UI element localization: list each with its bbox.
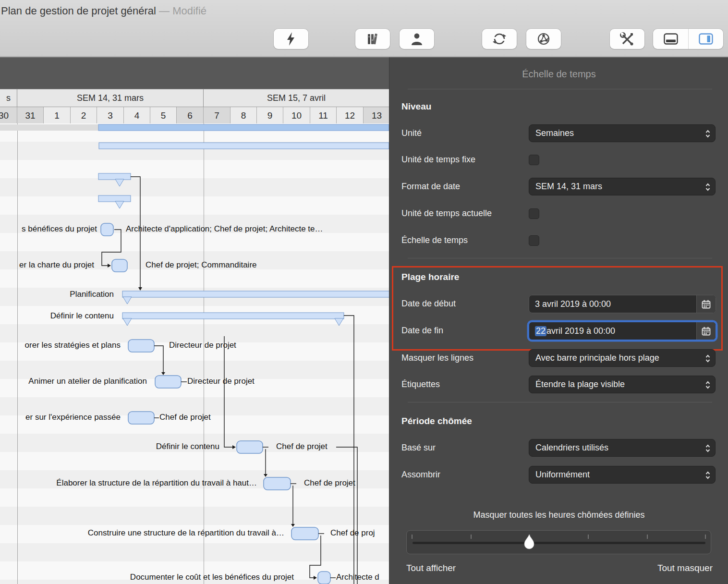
fixed-unit-label: Unité de temps fixe (401, 155, 475, 165)
day-number: 4 (134, 110, 140, 121)
task-label: Élaborer la structure de la répartition … (56, 478, 257, 488)
resources-button[interactable] (400, 29, 434, 49)
slider-track[interactable] (413, 542, 705, 544)
group-summary-bar[interactable] (99, 143, 389, 149)
toggle-bottom-pane-button[interactable] (653, 29, 688, 49)
day-number: 11 (318, 110, 328, 121)
task-label: Documenter le coût et les bénéfices du p… (130, 572, 294, 582)
day-number: 3 (108, 110, 113, 121)
current-unit-checkbox[interactable] (529, 208, 539, 219)
fixed-unit-checkbox[interactable] (529, 155, 539, 165)
task-label: Construire une structure de la répartiti… (88, 528, 284, 538)
modified-badge: — Modifié (159, 5, 206, 17)
summary-bar-end[interactable] (98, 195, 131, 208)
person-icon (409, 32, 425, 46)
chevron-updown-icon (705, 354, 711, 363)
hide-all-button[interactable]: Tout masquer (657, 563, 713, 573)
task-label: s bénéfices du projet (22, 224, 97, 234)
based-on-value: Calendriers utilisés (535, 443, 608, 453)
chevron-updown-icon (705, 380, 711, 389)
summary-bar-planification[interactable] (122, 291, 389, 304)
titlebar: Plan de gestion de projet général — Modi… (0, 0, 728, 57)
task-bar[interactable] (128, 340, 154, 352)
day-cell: 10 (283, 107, 310, 124)
day-cell: 31 (17, 107, 44, 124)
task-bar[interactable] (112, 259, 127, 272)
timescale-checkbox[interactable] (529, 235, 539, 246)
day-number: 1 (54, 110, 60, 121)
divider (408, 258, 712, 258)
day-cell: 9 (257, 107, 283, 124)
summary-bar-end[interactable] (98, 173, 131, 186)
show-all-button[interactable]: Tout afficher (406, 563, 456, 573)
lightning-icon (284, 31, 298, 47)
day-cell: 1 (44, 107, 71, 124)
current-unit-label: Unité de temps actuelle (401, 208, 492, 219)
divider (408, 402, 712, 402)
day-cell: 8 (231, 107, 257, 124)
task-bar[interactable] (264, 477, 291, 490)
labels-popup[interactable]: Étendre la plage visible (529, 376, 716, 393)
darken-popup[interactable]: Uniformément (529, 466, 716, 484)
network-button[interactable] (526, 29, 561, 49)
task-bar[interactable] (101, 223, 113, 236)
day-number: 10 (291, 110, 302, 121)
day-number: 12 (345, 110, 355, 121)
tools-icon (619, 31, 635, 47)
labels-value: Étendre la plage visible (535, 379, 625, 389)
week-label: SEM 15, 7 avril (267, 93, 326, 103)
date-format-label: Format de date (401, 182, 460, 192)
based-on-popup[interactable]: Calendriers utilisés (529, 439, 716, 457)
chevron-updown-icon (705, 182, 711, 192)
task-bar[interactable] (155, 376, 181, 388)
unit-popup[interactable]: Semaines (529, 124, 716, 142)
gantt-chart[interactable]: s SEM 14, 31 mars SEM 15, 7 avril 30 31 … (0, 89, 389, 584)
task-label: Animer un atelier de planification (28, 377, 147, 386)
task-bar[interactable] (291, 527, 318, 540)
day-number: 31 (25, 110, 35, 121)
slider-tick (705, 535, 706, 539)
day-cell: 30 (0, 107, 17, 124)
task-label: Définir le contenu (156, 442, 219, 451)
resource-label: Chef de projet (276, 442, 328, 451)
slider-tick (471, 535, 472, 539)
resource-label: Chef de projet (304, 478, 355, 488)
toggle-right-inspector-button[interactable] (688, 29, 723, 49)
project-summary-bar[interactable] (98, 124, 389, 131)
task-bar[interactable] (237, 441, 263, 453)
gantt-canvas[interactable] (0, 123, 389, 584)
day-cell: 12 (337, 107, 364, 124)
summary-bar-definir-contenu[interactable] (122, 313, 344, 326)
chevron-updown-icon (705, 129, 711, 138)
day-cell: 13 (364, 107, 389, 124)
task-bar[interactable] (128, 412, 154, 424)
resource-label: Architecte d'application; Chef de projet… (126, 224, 323, 234)
chevron-updown-icon (705, 471, 711, 480)
divider (408, 89, 712, 89)
end-date-field[interactable]: 22 avril 2019 à 00:00 (529, 322, 716, 340)
resource-label: Directeur de projet (187, 377, 255, 386)
day-cell: 11 (310, 107, 337, 124)
resource-label: Architecte d (336, 572, 379, 582)
start-date-label: Date de début (401, 299, 456, 309)
task-bar[interactable] (318, 572, 330, 584)
network-icon (535, 31, 552, 47)
day-number: 6 (187, 110, 193, 121)
library-button[interactable] (355, 29, 390, 49)
day-number: 7 (214, 110, 219, 121)
date-format-popup[interactable]: SEM 14, 31 mars (529, 178, 716, 195)
sync-button[interactable] (482, 29, 517, 49)
slider-thumb[interactable] (524, 534, 534, 550)
tools-button[interactable] (610, 29, 644, 49)
start-date-calendar-button[interactable] (696, 295, 716, 313)
start-date-field[interactable]: 3 avril 2019 à 00:00 (529, 295, 716, 313)
day-number: 9 (267, 110, 273, 121)
actions-button[interactable] (274, 29, 308, 49)
end-date-calendar-button[interactable] (696, 322, 716, 340)
week-label: s (6, 93, 11, 103)
task-label: er la charte du projet (19, 260, 94, 270)
hide-rows-popup[interactable]: Avec barre principale hors plage (529, 349, 716, 367)
unit-label: Unité (401, 128, 422, 138)
hide-hours-slider[interactable] (406, 530, 711, 554)
day-cell: 2 (71, 107, 97, 124)
